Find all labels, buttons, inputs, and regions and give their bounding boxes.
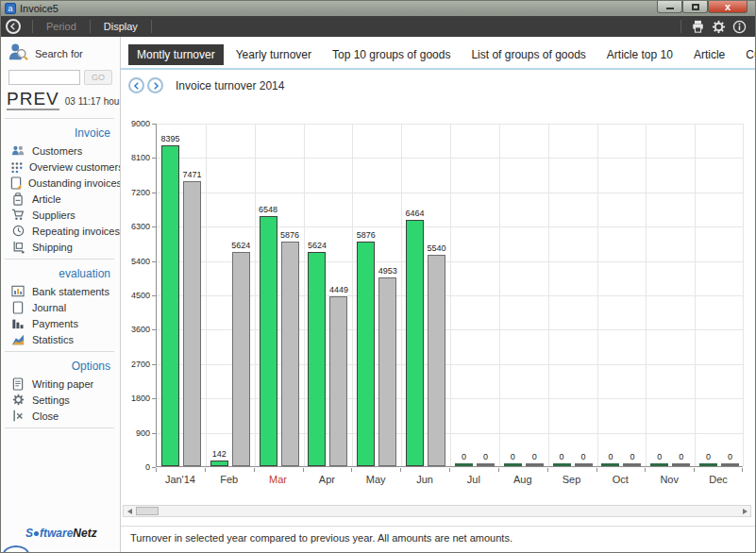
sidebar-item-close[interactable]: Close <box>1 408 120 424</box>
sidebar-item-oustanding-invoices[interactable]: Oustanding invoices <box>1 175 120 191</box>
sidebar-item-settings[interactable]: Settings <box>1 392 120 408</box>
title-bar: a Invoice5 x <box>1 1 755 16</box>
x-axis-tick <box>742 468 743 472</box>
horizontal-scrollbar[interactable] <box>123 505 751 517</box>
scroll-left-arrow-icon[interactable] <box>124 506 135 516</box>
sidebar-divider <box>5 427 114 428</box>
bar-value-label: 6548 <box>252 205 285 214</box>
bar-value-label: 6464 <box>398 209 431 218</box>
bar-may-current-year <box>357 242 375 466</box>
bar-may-previous-year <box>378 277 396 466</box>
sidebar-item-label: Statistics <box>32 334 74 345</box>
bank-statements-icon <box>10 285 25 298</box>
toolbar-item-period: Period <box>39 21 84 32</box>
sidebar-item-article[interactable]: Article <box>1 191 120 207</box>
bar-value-label: 8395 <box>154 134 187 143</box>
sidebar-item-repeating-invoices[interactable]: Repeating invoices <box>1 223 120 239</box>
app-icon: a <box>5 3 16 14</box>
sidebar-item-statistics[interactable]: Statistics <box>1 331 120 347</box>
y-axis-label: 3600 <box>121 325 150 334</box>
bar-value-label: 142 <box>203 449 236 459</box>
sidebar-item-label: Payments <box>32 318 78 329</box>
month-label-nov: Nov <box>645 474 694 485</box>
settings-button[interactable] <box>708 20 729 34</box>
maximize-button[interactable] <box>682 1 708 13</box>
sidebar-divider <box>5 351 114 352</box>
overview-customers-icon <box>10 160 23 174</box>
prev-label[interactable]: PREV <box>7 90 59 110</box>
x-axis-tick <box>254 468 255 472</box>
bar-apr-current-year <box>308 252 326 466</box>
month-label-apr: Apr <box>302 474 351 485</box>
y-axis-tick <box>152 193 156 193</box>
sidebar-item-bank-statements[interactable]: Bank statements <box>1 283 120 299</box>
logo-text-s: S <box>25 527 33 540</box>
scroll-right-arrow-icon[interactable] <box>739 506 750 516</box>
search-go-button[interactable]: GO <box>84 70 112 85</box>
sidebar-section-evaluation: evaluation <box>1 263 120 283</box>
x-axis-tick <box>547 468 548 472</box>
y-axis-label: 900 <box>121 428 150 438</box>
prev-row: PREV 03 11:17 hour <box>1 87 120 114</box>
y-axis-tick <box>152 398 156 399</box>
search-label: Search for <box>35 48 83 59</box>
toolbar-item-display[interactable]: Display <box>96 21 145 32</box>
statistics-icon <box>10 333 25 346</box>
sidebar-item-journal[interactable]: Journal <box>1 299 120 315</box>
month-label-sep: Sep <box>547 474 596 485</box>
printer-icon <box>691 20 705 33</box>
y-axis-tick <box>152 124 156 125</box>
scrollbar-thumb[interactable] <box>136 507 159 515</box>
payments-icon <box>10 317 25 330</box>
bar-value-label: 4449 <box>322 285 355 294</box>
sidebar-item-customers[interactable]: Customers <box>1 142 120 159</box>
search-input[interactable] <box>8 70 80 85</box>
sidebar-item-label: Article <box>32 193 61 205</box>
sidebar-item-overview-customers[interactable]: Overview customers <box>1 159 120 175</box>
x-axis-tick <box>449 468 450 472</box>
sidebar-item-label: Repeating invoices <box>32 226 120 237</box>
sidebar-item-suppliers[interactable]: Suppliers <box>1 207 120 223</box>
bar-aug-previous-year <box>526 463 544 466</box>
sidebar-item-label: Customers <box>32 145 82 157</box>
y-axis-tick <box>152 329 156 330</box>
minimize-icon <box>666 8 674 9</box>
info-icon <box>732 20 747 34</box>
bar-aug-current-year <box>504 463 522 466</box>
sidebar-item-shipping[interactable]: Shipping <box>1 239 120 255</box>
toolbar-separator <box>151 20 152 33</box>
bar-apr-previous-year <box>329 296 347 466</box>
suppliers-icon <box>10 209 25 222</box>
bar-value-label: 7471 <box>176 170 209 179</box>
y-axis-label: 4500 <box>121 291 150 300</box>
info-button[interactable] <box>729 20 749 34</box>
chart: 8395747114256246548587656244449587649536… <box>121 37 755 553</box>
close-button[interactable]: x <box>708 1 748 13</box>
bar-value-label: 5624 <box>300 241 333 250</box>
sidebar-item-payments[interactable]: Payments <box>1 315 120 331</box>
print-button[interactable] <box>687 20 708 33</box>
toolbar-separator <box>32 20 33 33</box>
bar-value-label: 5540 <box>420 243 453 253</box>
logo-text-ftware: ftware <box>40 527 73 540</box>
bar-oct-current-year <box>601 463 619 466</box>
bar-value-label: 5876 <box>349 230 382 240</box>
prev-datetime: 03 11:17 hour <box>65 96 121 107</box>
minimize-button[interactable] <box>657 1 682 13</box>
sidebar-section-options: Options <box>1 356 120 376</box>
x-axis-tick <box>694 468 695 472</box>
sidebar-item-writing-paper[interactable]: Writing paper <box>1 376 120 392</box>
y-axis-tick <box>152 158 156 159</box>
v-gridline <box>548 124 549 466</box>
x-axis-tick <box>205 468 206 472</box>
y-axis-label: 2700 <box>121 360 150 369</box>
v-gridline <box>597 124 598 466</box>
settings-icon <box>10 394 25 407</box>
sidebar-sections: InvoiceCustomersOverview customersOustan… <box>1 114 120 432</box>
v-gridline <box>352 124 353 466</box>
bar-jun-current-year <box>406 220 424 466</box>
bar-jan-14-previous-year <box>183 181 201 466</box>
sidebar-divider <box>5 259 114 260</box>
chart-plot-area: 8395747114256246548587656244449587649536… <box>156 124 743 467</box>
back-button[interactable] <box>6 19 21 34</box>
